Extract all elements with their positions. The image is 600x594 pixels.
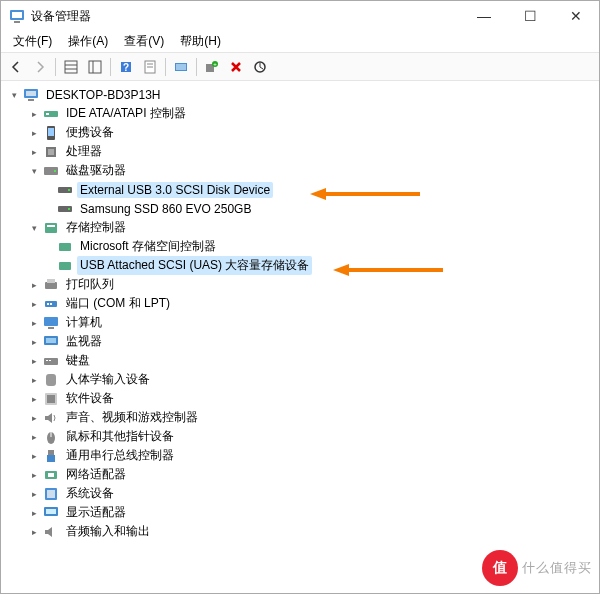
svg-rect-36 (59, 243, 71, 251)
svg-rect-25 (48, 128, 54, 136)
expand-icon[interactable]: ▸ (27, 278, 41, 292)
expand-icon[interactable]: ▸ (27, 354, 41, 368)
tree-disk[interactable]: 磁盘驱动器 (63, 161, 129, 180)
display-icon (43, 505, 59, 521)
menu-action[interactable]: 操作(A) (60, 31, 116, 52)
expand-icon[interactable]: ▸ (27, 107, 41, 121)
menu-file[interactable]: 文件(F) (5, 31, 60, 52)
svg-point-31 (68, 189, 70, 191)
svg-text:?: ? (123, 62, 129, 73)
expand-icon[interactable]: ▸ (27, 449, 41, 463)
svg-rect-23 (46, 113, 49, 115)
port-icon (43, 296, 59, 312)
ide-icon (43, 106, 59, 122)
svg-rect-1 (12, 12, 22, 18)
maximize-button[interactable]: ☐ (507, 1, 553, 31)
tree-keyboard[interactable]: 键盘 (63, 351, 93, 370)
tree-storage-uas[interactable]: USB Attached SCSI (UAS) 大容量存储设备 (77, 256, 312, 275)
svg-rect-6 (89, 61, 101, 73)
cpu-icon (43, 144, 59, 160)
svg-rect-47 (44, 358, 58, 365)
watermark-text: 什么值得买 (522, 559, 592, 577)
tree-ports[interactable]: 端口 (COM 和 LPT) (63, 294, 173, 313)
hid-icon (43, 372, 59, 388)
annotation-arrow-1 (310, 186, 420, 202)
expand-icon[interactable]: ▾ (7, 88, 21, 102)
tree-cpu[interactable]: 处理器 (63, 142, 105, 161)
view-detail-button[interactable] (84, 56, 106, 78)
expand-icon[interactable]: ▸ (27, 126, 41, 140)
tree-monitor[interactable]: 监视器 (63, 332, 105, 351)
system-icon (43, 486, 59, 502)
tree-storage[interactable]: 存储控制器 (63, 218, 129, 237)
device-tree[interactable]: ▾DESKTOP-BD3P13H ▸IDE ATA/ATAPI 控制器 ▸便携设… (1, 81, 599, 593)
drive-icon (57, 182, 73, 198)
svg-rect-21 (28, 99, 34, 101)
properties-button[interactable] (139, 56, 161, 78)
expand-icon[interactable]: ▸ (27, 430, 41, 444)
expand-icon[interactable]: ▸ (27, 335, 41, 349)
expand-icon[interactable]: ▸ (27, 373, 41, 387)
expand-icon[interactable]: ▸ (27, 506, 41, 520)
svg-point-29 (54, 170, 56, 172)
menu-help[interactable]: 帮助(H) (172, 31, 229, 52)
tree-storage-ms[interactable]: Microsoft 存储空间控制器 (77, 237, 219, 256)
scan-button[interactable] (170, 56, 192, 78)
expand-icon[interactable]: ▸ (27, 316, 41, 330)
svg-point-33 (68, 208, 70, 210)
tree-network[interactable]: 网络适配器 (63, 465, 129, 484)
update-driver-button[interactable] (249, 56, 271, 78)
tree-mouse[interactable]: 鼠标和其他指针设备 (63, 427, 177, 446)
svg-rect-27 (48, 149, 54, 155)
svg-rect-49 (49, 360, 51, 361)
svg-rect-46 (46, 338, 56, 343)
tree-portable[interactable]: 便携设备 (63, 123, 117, 142)
tree-disk-external[interactable]: External USB 3.0 SCSI Disk Device (77, 182, 273, 198)
expand-icon[interactable]: ▸ (27, 145, 41, 159)
expand-icon[interactable]: ▸ (27, 525, 41, 539)
svg-rect-41 (47, 303, 49, 305)
svg-rect-2 (14, 21, 20, 23)
tree-usb[interactable]: 通用串行总线控制器 (63, 446, 177, 465)
tree-hid[interactable]: 人体学输入设备 (63, 370, 153, 389)
help-button[interactable]: ? (115, 56, 137, 78)
svg-rect-44 (48, 327, 54, 329)
svg-rect-55 (48, 450, 54, 455)
watermark: 值 什么值得买 (482, 550, 592, 586)
collapse-icon[interactable]: ▾ (27, 164, 41, 178)
add-device-button[interactable]: + (201, 56, 223, 78)
expand-icon[interactable]: ▸ (27, 487, 41, 501)
annotation-arrow-2 (333, 262, 443, 278)
tree-sound[interactable]: 声音、视频和游戏控制器 (63, 408, 201, 427)
tree-ide[interactable]: IDE ATA/ATAPI 控制器 (63, 104, 189, 123)
expand-icon[interactable]: ▸ (27, 411, 41, 425)
menu-view[interactable]: 查看(V) (116, 31, 172, 52)
remove-device-button[interactable] (225, 56, 247, 78)
drive-icon (57, 201, 73, 217)
disk-icon (43, 163, 59, 179)
tree-disk-samsung[interactable]: Samsung SSD 860 EVO 250GB (77, 201, 254, 217)
tree-software[interactable]: 软件设备 (63, 389, 117, 408)
device-manager-icon (9, 8, 25, 24)
expand-icon[interactable]: ▸ (27, 392, 41, 406)
tree-display[interactable]: 显示适配器 (63, 503, 129, 522)
svg-rect-34 (45, 223, 57, 233)
tree-computer[interactable]: 计算机 (63, 313, 105, 332)
keyboard-icon (43, 353, 59, 369)
tree-printq[interactable]: 打印队列 (63, 275, 117, 294)
view-list-button[interactable] (60, 56, 82, 78)
back-button[interactable] (5, 56, 27, 78)
collapse-icon[interactable]: ▾ (27, 221, 41, 235)
forward-button[interactable] (29, 56, 51, 78)
tree-system[interactable]: 系统设备 (63, 484, 117, 503)
svg-rect-62 (46, 509, 56, 514)
close-button[interactable]: ✕ (553, 1, 599, 31)
tree-audio[interactable]: 音频输入和输出 (63, 522, 153, 541)
tree-root[interactable]: DESKTOP-BD3P13H (43, 87, 164, 103)
toolbar: ? + (1, 53, 599, 81)
minimize-button[interactable]: — (461, 1, 507, 31)
expand-icon[interactable]: ▸ (27, 468, 41, 482)
svg-rect-14 (176, 64, 186, 70)
svg-rect-39 (47, 279, 55, 283)
expand-icon[interactable]: ▸ (27, 297, 41, 311)
